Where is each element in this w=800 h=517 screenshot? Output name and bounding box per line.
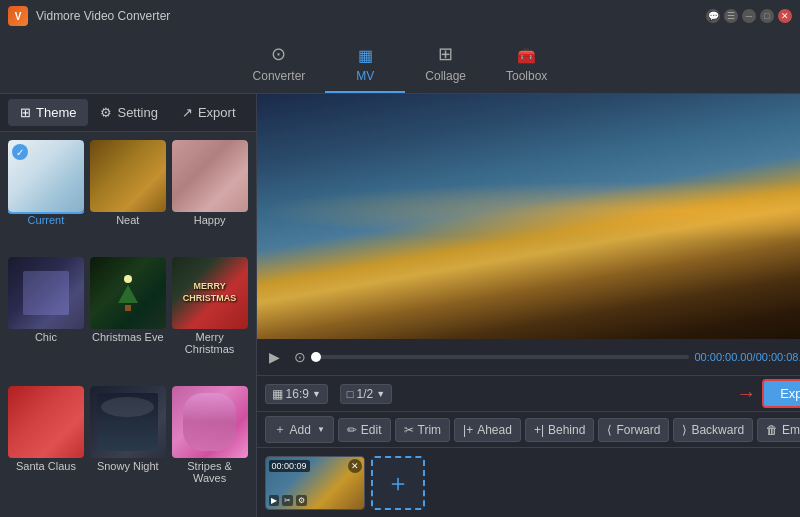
subtab-export[interactable]: ↗ Export	[170, 99, 248, 126]
add-clip-button[interactable]: ＋	[371, 456, 425, 510]
theme-christmas-eve-label: Christmas Eve	[90, 329, 166, 347]
resolution-icon: □	[347, 388, 354, 400]
add-clip-icon: ＋	[386, 467, 410, 499]
theme-current[interactable]: ✓ Current	[8, 140, 84, 251]
ratio-dropdown-icon: ▼	[312, 389, 321, 399]
left-panel: ⊞ Theme ⚙ Setting ↗ Export ✓ Current	[0, 94, 257, 517]
backward-button[interactable]: ⟩ Backward	[673, 418, 753, 442]
add-label: Add	[290, 423, 311, 437]
nav-bar: ⊙ Converter ▦ MV ⊞ Collage 🧰 Toolbox	[0, 32, 800, 94]
empty-button[interactable]: 🗑 Empty	[757, 418, 800, 442]
export-row: ▦ 16:9 ▼ □ 1/2 ▼ → Export	[257, 375, 800, 411]
tab-mv-label: MV	[356, 69, 374, 83]
bottom-toolbar: ＋ Add ✏ Edit ✂ Trim |+ Ahead +| Behind ⟨…	[257, 411, 800, 447]
tab-toolbox-label: Toolbox	[506, 69, 547, 83]
maximize-btn[interactable]: □	[760, 9, 774, 23]
video-controls: ▶ ⊙ 00:00:00.00/00:00:08.02 🔊	[257, 339, 800, 375]
ahead-label: Ahead	[477, 423, 512, 437]
ratio-icon: ▦	[272, 387, 283, 401]
theme-happy-label: Happy	[172, 212, 248, 230]
theme-grid: ✓ Current Neat Happy	[0, 132, 256, 517]
backward-label: Backward	[691, 423, 744, 437]
ratio-select[interactable]: ▦ 16:9 ▼	[265, 384, 328, 404]
edit-label: Edit	[361, 423, 382, 437]
export-arrow-icon: ↗	[182, 105, 193, 120]
behind-button[interactable]: +| Behind	[525, 418, 595, 442]
theme-chic[interactable]: Chic	[8, 257, 84, 380]
theme-chic-label: Chic	[8, 329, 84, 347]
tab-converter[interactable]: ⊙ Converter	[233, 35, 326, 93]
forward-label: Forward	[616, 423, 660, 437]
app-logo: V	[8, 6, 28, 26]
menu-btn[interactable]: ☰	[724, 9, 738, 23]
right-panel: ▶ ⊙ 00:00:00.00/00:00:08.02 🔊 ▦ 16:9 ▼ □…	[257, 94, 800, 517]
theme-happy[interactable]: Happy	[172, 140, 248, 251]
app-title: Vidmore Video Converter	[36, 9, 706, 23]
resolution-value: 1/2	[356, 387, 373, 401]
empty-icon: 🗑	[766, 423, 778, 437]
tab-collage-label: Collage	[425, 69, 466, 83]
theme-santa-claus-label: Santa Claus	[8, 458, 84, 476]
theme-merry-christmas[interactable]: MERRYCHRISTMAS Merry Christmas	[172, 257, 248, 380]
minimize-btn[interactable]: ─	[742, 9, 756, 23]
tab-toolbox[interactable]: 🧰 Toolbox	[486, 39, 567, 93]
subtab-theme-label: Theme	[36, 105, 76, 120]
progress-handle[interactable]	[311, 352, 321, 362]
title-bar: V Vidmore Video Converter 💬 ☰ ─ □ ✕	[0, 0, 800, 32]
mv-icon: ▦	[358, 46, 373, 65]
subtab-setting-label: Setting	[117, 105, 157, 120]
close-btn[interactable]: ✕	[778, 9, 792, 23]
trim-icon: ✂	[404, 423, 414, 437]
edit-button[interactable]: ✏ Edit	[338, 418, 391, 442]
selected-check: ✓	[12, 144, 28, 160]
timeline: 00:00:09 ✕ ▶ ✂ ⚙ ＋	[257, 447, 800, 517]
resolution-select[interactable]: □ 1/2 ▼	[340, 384, 392, 404]
tab-mv[interactable]: ▦ MV	[325, 38, 405, 93]
ratio-value: 16:9	[286, 387, 309, 401]
arrow-hint-icon: →	[736, 382, 756, 405]
theme-neat[interactable]: Neat	[90, 140, 166, 251]
theme-merry-christmas-label: Merry Christmas	[172, 329, 248, 359]
clip-cut-btn[interactable]: ✂	[282, 495, 293, 506]
clip-settings-btn[interactable]: ⚙	[296, 495, 307, 506]
play-button[interactable]: ▶	[265, 347, 284, 367]
behind-icon: +|	[534, 423, 544, 437]
resolution-dropdown-icon: ▼	[376, 389, 385, 399]
theme-neat-label: Neat	[90, 212, 166, 230]
forward-icon: ⟨	[607, 423, 612, 437]
subtab-setting[interactable]: ⚙ Setting	[88, 99, 169, 126]
theme-santa-claus[interactable]: Santa Claus	[8, 386, 84, 509]
setting-gear-icon: ⚙	[100, 105, 112, 120]
window-controls: 💬 ☰ ─ □ ✕	[706, 9, 792, 23]
edit-icon: ✏	[347, 423, 357, 437]
timeline-clip[interactable]: 00:00:09 ✕ ▶ ✂ ⚙	[265, 456, 365, 510]
video-preview	[257, 94, 800, 339]
add-icon: ＋	[274, 421, 286, 438]
behind-label: Behind	[548, 423, 585, 437]
collage-icon: ⊞	[438, 43, 453, 65]
clip-close-button[interactable]: ✕	[348, 459, 362, 473]
theme-christmas-eve[interactable]: Christmas Eve	[90, 257, 166, 380]
add-button[interactable]: ＋ Add	[265, 416, 334, 443]
progress-bar[interactable]	[316, 355, 689, 359]
stop-button[interactable]: ⊙	[290, 347, 310, 367]
ahead-button[interactable]: |+ Ahead	[454, 418, 521, 442]
export-button[interactable]: Export	[762, 379, 800, 408]
trim-button[interactable]: ✂ Trim	[395, 418, 451, 442]
clip-icon-group: ▶ ✂ ⚙	[269, 495, 307, 506]
tab-collage[interactable]: ⊞ Collage	[405, 35, 486, 93]
clip-duration: 00:00:09	[269, 460, 310, 472]
clip-play-btn[interactable]: ▶	[269, 495, 279, 506]
chat-btn[interactable]: 💬	[706, 9, 720, 23]
subtab-theme[interactable]: ⊞ Theme	[8, 99, 88, 126]
subtab-export-label: Export	[198, 105, 236, 120]
time-display: 00:00:00.00/00:00:08.02	[695, 351, 801, 363]
theme-snowy-night[interactable]: Snowy Night	[90, 386, 166, 509]
tab-converter-label: Converter	[253, 69, 306, 83]
forward-button[interactable]: ⟨ Forward	[598, 418, 669, 442]
main-layout: ⊞ Theme ⚙ Setting ↗ Export ✓ Current	[0, 94, 800, 517]
theme-stripes-waves-label: Stripes & Waves	[172, 458, 248, 488]
converter-icon: ⊙	[271, 43, 286, 65]
theme-stripes-waves[interactable]: Stripes & Waves	[172, 386, 248, 509]
video-background	[257, 94, 800, 339]
